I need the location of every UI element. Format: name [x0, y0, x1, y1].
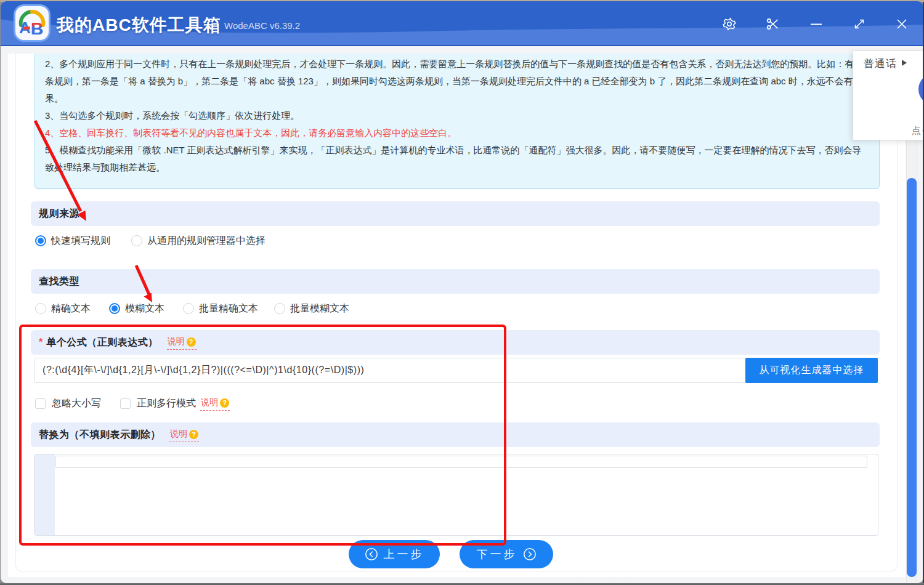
radio-icon	[274, 303, 285, 314]
notice-line-warning: 4、空格、回车换行、制表符等看不见的内容也属于文本，因此，请务必留意输入内容中的…	[45, 124, 880, 142]
minimize-icon[interactable]	[806, 15, 826, 33]
section-title: 规则来源	[39, 208, 79, 220]
radio-icon	[35, 303, 46, 314]
app-logo: A BB	[14, 4, 51, 42]
radio-label: 批量模糊文本	[290, 302, 349, 315]
section-header-find-type: 查找类型	[31, 269, 880, 294]
section-title: 查找类型	[39, 275, 79, 288]
notice-line: 2、多个规则应用于同一文件时，只有在上一条规则处理完后，才会处理下一条规则。因此…	[45, 55, 880, 73]
notice-line: 条规则，第一条是「将 a 替换为 b」，第二条是「将 abc 替换 123」，则…	[45, 73, 880, 90]
visual-generator-picker-button[interactable]: 从可视化生成器中选择	[745, 358, 878, 383]
titlebar: A BB 我的ABC软件工具箱 WodeABC v6.39.2	[1, 1, 923, 46]
radio-icon	[183, 303, 194, 314]
section-header-rule-source: 规则来源	[31, 201, 880, 226]
radio-fuzzy-text[interactable]: 模糊文本	[109, 302, 164, 315]
circle-arrow-right-icon	[523, 547, 537, 561]
radio-label: 模糊文本	[125, 302, 164, 315]
desktop: A BB 我的ABC软件工具箱 WodeABC v6.39.2	[0, 0, 924, 585]
notice-line: 致处理结果与预期相差甚远。	[45, 159, 880, 176]
close-icon[interactable]	[892, 15, 912, 33]
app-window: A BB 我的ABC软件工具箱 WodeABC v6.39.2	[1, 1, 923, 583]
find-type-options: 精确文本 模糊文本 批量精确文本 批量模糊文本	[35, 302, 349, 315]
maximize-icon[interactable]	[849, 15, 869, 33]
radio-exact-text[interactable]: 精确文本	[35, 302, 91, 315]
app-title: 我的ABC软件工具箱	[57, 14, 221, 37]
submenu-arrow-icon	[902, 60, 907, 66]
radio-label: 批量精确文本	[199, 302, 258, 315]
ime-blue-ball	[918, 73, 923, 105]
radio-batch-fuzzy-text[interactable]: 批量模糊文本	[274, 302, 349, 315]
app-version: WodeABC v6.39.2	[224, 20, 300, 31]
notice-line: 5、模糊查找功能采用「微软 .NET 正则表达式解析引擎」来实现，「正则表达式」…	[45, 142, 880, 159]
circle-arrow-left-icon	[365, 547, 378, 561]
annotation-red-rectangle	[19, 325, 506, 546]
radio-quick-fill-rule[interactable]: 快速填写规则	[35, 235, 110, 248]
radio-label: 快速填写规则	[51, 235, 110, 248]
notice-box: 2、多个规则应用于同一文件时，只有在上一条规则处理完后，才会处理下一条规则。因此…	[34, 54, 880, 189]
radio-batch-exact-text[interactable]: 批量精确文本	[183, 302, 258, 315]
ime-language-item[interactable]: 普通话	[864, 57, 897, 71]
radio-from-rule-manager[interactable]: 从通用的规则管理器中选择	[131, 235, 265, 248]
notice-line: 3、当勾选多个规则时，系统会按「勾选顺序」依次进行处理。	[45, 107, 880, 124]
ime-popup: 普通话 点击	[853, 50, 923, 140]
radio-label: 从通用的规则管理器中选择	[147, 235, 265, 248]
radio-icon	[109, 303, 120, 314]
radio-icon	[131, 235, 142, 246]
next-button-label: 下一步	[477, 547, 517, 562]
prev-button-label: 上一步	[384, 547, 424, 562]
screenshot-scissors-icon[interactable]	[763, 15, 782, 33]
rule-source-options: 快速填写规则 从通用的规则管理器中选择	[35, 235, 265, 247]
ime-hint-text: 点击	[912, 125, 923, 137]
radio-icon	[35, 235, 46, 246]
scrollbar-thumb[interactable]	[907, 178, 917, 577]
settings-gear-icon[interactable]	[719, 15, 739, 33]
radio-label: 精确文本	[51, 302, 91, 315]
notice-line: 果。	[45, 90, 880, 107]
